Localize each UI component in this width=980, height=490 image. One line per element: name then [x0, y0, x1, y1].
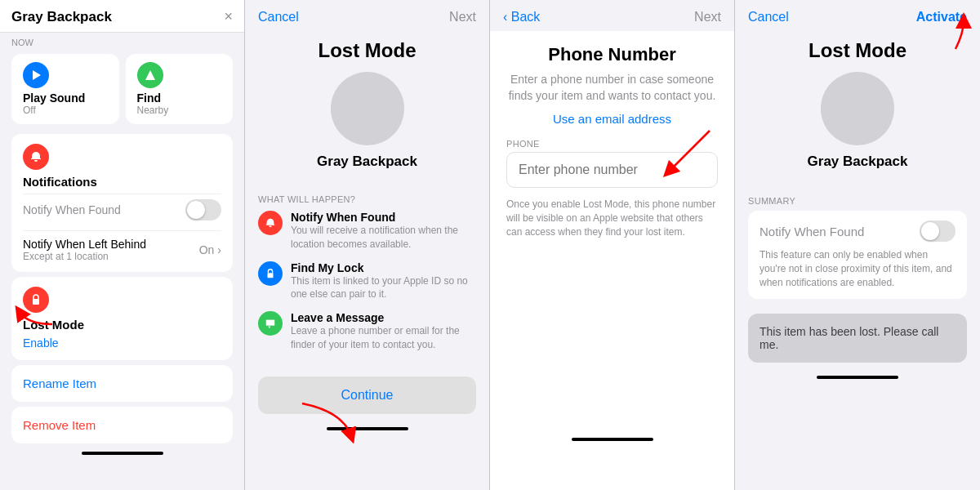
feature-message: Leave a Message Leave a phone number or …: [258, 311, 476, 352]
message-card: This item has been lost. Please call me.: [748, 314, 967, 363]
home-indicator-3: [572, 438, 653, 441]
phone-title: Phone Number: [506, 44, 718, 65]
notify-behind-right[interactable]: On ›: [199, 243, 221, 256]
nav-bar-3: ‹ Back Next: [490, 0, 734, 31]
notify-when-found-label: Notify When Found: [23, 203, 121, 216]
feature-lock: Find My Lock This item is linked to your…: [258, 261, 476, 302]
rename-item-button[interactable]: Rename Item: [11, 365, 233, 402]
feature-message-desc: Leave a phone number or email for the fi…: [291, 324, 476, 352]
now-label: NOW: [0, 33, 244, 49]
action-row: Play Sound Off Find Nearby: [0, 49, 244, 129]
notifications-title: Notifications: [23, 175, 221, 189]
phone-desc: Enter a phone number in case someone fin…: [506, 72, 718, 104]
cancel-button-4[interactable]: Cancel: [748, 10, 789, 24]
device-avatar-4: [821, 72, 894, 145]
find-my-lock-icon: [258, 261, 283, 286]
notifications-section: Notifications Notify When Found Notify W…: [11, 134, 233, 272]
notify-found-icon: [258, 211, 283, 235]
feature-notify-desc: You will receive a notification when the…: [291, 224, 476, 252]
remove-item-button[interactable]: Remove Item: [11, 407, 233, 443]
notifications-icon: [23, 144, 49, 170]
play-sound-label: Play Sound: [23, 91, 108, 105]
find-card[interactable]: Find Nearby: [126, 54, 234, 124]
back-button-3[interactable]: ‹ Back: [503, 10, 540, 24]
cancel-button-2[interactable]: Cancel: [258, 10, 299, 24]
notify-when-found-summary-card: Notify When Found This feature can only …: [748, 211, 967, 299]
next-label-2: Next: [449, 10, 476, 24]
phone-note: Once you enable Lost Mode, this phone nu…: [506, 198, 718, 238]
summary-label: SUMMARY: [748, 196, 967, 206]
device-name-2: Gray Backpack: [317, 154, 417, 170]
continue-button[interactable]: Continue: [258, 376, 476, 414]
email-link[interactable]: Use an email address: [506, 112, 718, 126]
nav-bar-2: Cancel Next: [245, 0, 489, 31]
notify-when-left-row: Notify When Left Behind Except at 1 loca…: [23, 230, 221, 262]
svg-marker-0: [33, 70, 41, 80]
feature-lock-title: Find My Lock: [291, 261, 476, 274]
lost-mode-heading: Lost Mode: [318, 39, 416, 62]
summary-note: This feature can only be enabled when yo…: [760, 248, 956, 289]
play-sound-icon: [23, 62, 49, 88]
phone-arrow: [653, 131, 718, 183]
device-name-4: Gray Backpack: [808, 154, 908, 170]
summary-notify-toggle[interactable]: [920, 220, 956, 242]
svg-marker-1: [145, 70, 155, 80]
close-button[interactable]: ×: [224, 8, 233, 25]
play-sound-sub: Off: [23, 105, 108, 116]
feature-notify: Notify When Found You will receive a not…: [258, 211, 476, 252]
activate-arrow: [923, 16, 972, 60]
find-sub: Nearby: [137, 105, 222, 116]
feature-notify-title: Notify When Found: [291, 211, 476, 224]
what-label: WHAT WILL HAPPEN?: [258, 194, 476, 204]
home-indicator: [82, 452, 163, 455]
notify-when-found-toggle[interactable]: [185, 199, 221, 220]
item-title: Gray Backpack: [11, 9, 112, 25]
panel-lost-mode-summary: Cancel Activate Lost Mode Gray Backpack …: [735, 0, 980, 490]
summary-section: SUMMARY Notify When Found This feature c…: [735, 188, 980, 314]
svg-rect-3: [268, 273, 274, 278]
leave-message-icon: [258, 311, 283, 336]
device-avatar-2: [331, 72, 404, 145]
play-sound-card[interactable]: Play Sound Off: [11, 54, 119, 124]
enable-arrow: [11, 304, 60, 328]
find-label: Find: [137, 91, 222, 105]
enable-link[interactable]: Enable: [23, 336, 59, 350]
feature-message-title: Leave a Message: [291, 311, 476, 324]
message-text: This item has been lost. Please call me.: [760, 325, 956, 351]
panel-lost-mode: Cancel Next Lost Mode Gray Backpack WHAT…: [245, 0, 490, 490]
home-indicator-4: [817, 376, 898, 379]
summary-notify-label: Notify When Found: [760, 225, 864, 238]
continue-arrow: [294, 403, 359, 448]
lost-mode-summary-heading: Lost Mode: [808, 39, 906, 62]
next-label-3: Next: [694, 10, 721, 24]
item-header: Gray Backpack ×: [0, 0, 244, 33]
lost-mode-content: Lost Mode Gray Backpack: [245, 31, 489, 188]
panel-item-detail: Gray Backpack × NOW Play Sound Off: [0, 0, 245, 490]
panel-phone-number: ‹ Back Next Phone Number Enter a phone n…: [490, 0, 735, 490]
what-will-happen-section: WHAT WILL HAPPEN? Notify When Found You …: [245, 188, 489, 368]
find-icon: [137, 62, 163, 88]
feature-lock-desc: This item is linked to your Apple ID so …: [291, 274, 476, 302]
notify-behind-sub: Except at 1 location: [23, 251, 146, 262]
notify-when-found-row: Notify When Found: [23, 194, 221, 225]
notify-behind-label: Notify When Left Behind: [23, 238, 146, 251]
